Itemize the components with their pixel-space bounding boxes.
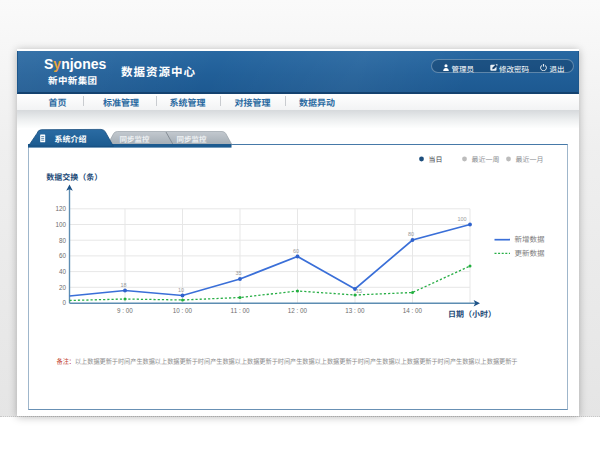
svg-text:18: 18 xyxy=(120,282,126,288)
svg-text:12 : 00: 12 : 00 xyxy=(287,307,307,314)
svg-text:40: 40 xyxy=(58,268,66,275)
svg-text:13 : 00: 13 : 00 xyxy=(345,307,365,314)
svg-text:同步监控: 同步监控 xyxy=(120,135,150,144)
svg-text:100: 100 xyxy=(457,216,466,222)
svg-text:80: 80 xyxy=(407,231,413,237)
svg-text:60: 60 xyxy=(58,252,66,259)
svg-text:新增数据: 新增数据 xyxy=(514,235,544,244)
svg-text:最近一周: 最近一周 xyxy=(471,156,499,163)
svg-text:15: 15 xyxy=(355,288,361,294)
svg-text:系统介绍: 系统介绍 xyxy=(55,135,87,144)
svg-text:100: 100 xyxy=(55,221,66,228)
svg-text:更新数据: 更新数据 xyxy=(514,249,544,258)
svg-text:14 : 00: 14 : 00 xyxy=(402,307,422,314)
svg-text:20: 20 xyxy=(58,284,66,291)
svg-text:35: 35 xyxy=(235,270,241,276)
svg-text:最近一月: 最近一月 xyxy=(515,156,543,163)
svg-text:10 : 00: 10 : 00 xyxy=(172,307,192,314)
svg-text:80: 80 xyxy=(58,237,66,244)
svg-text:备注：以上数据更新于时间产生数据以上数据更新于时间产生数据以: 备注：以上数据更新于时间产生数据以上数据更新于时间产生数据以上数据更新于时间产生… xyxy=(56,358,517,365)
svg-text:60: 60 xyxy=(292,248,298,254)
svg-text:120: 120 xyxy=(55,205,66,212)
svg-text:0: 0 xyxy=(62,299,66,306)
svg-text:11 : 00: 11 : 00 xyxy=(230,307,249,314)
svg-text:数据交换（条）: 数据交换（条） xyxy=(46,173,102,182)
svg-text:同步监控: 同步监控 xyxy=(177,135,207,144)
svg-text:10: 10 xyxy=(177,287,183,293)
svg-text:日期（小时）: 日期（小时） xyxy=(448,310,496,319)
svg-text:当日: 当日 xyxy=(428,156,442,163)
svg-text:9 : 00: 9 : 00 xyxy=(117,307,133,314)
